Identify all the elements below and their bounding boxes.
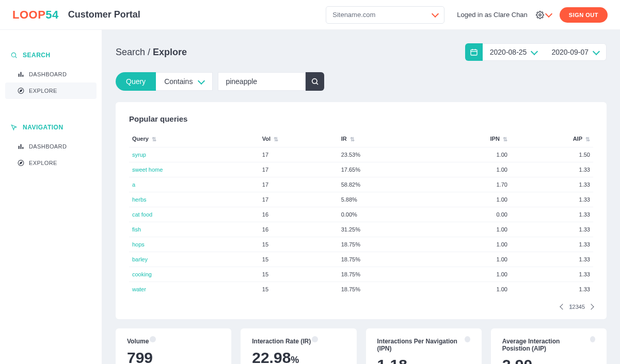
cell-ipn: 1.00	[428, 192, 511, 207]
cell-aip: 1.33	[511, 252, 593, 267]
query-link[interactable]: sweet home	[132, 167, 163, 173]
breadcrumb-bar: Search / Explore 2020-08-25 2020-09-07	[116, 43, 607, 61]
cell-aip: 1.50	[511, 147, 593, 162]
filter-row: Query Contains pineapple	[116, 72, 607, 91]
cell-query: cat food	[129, 207, 259, 222]
bars-icon	[18, 143, 24, 150]
svg-rect-8	[19, 146, 20, 149]
svg-rect-9	[20, 144, 21, 149]
page-next[interactable]	[588, 304, 594, 309]
site-dropdown[interactable]: Sitename.com	[326, 6, 444, 24]
query-link[interactable]: fish	[132, 226, 141, 233]
stat-volume: Volume 799	[116, 328, 231, 364]
sidebar: SEARCH DASHBOARD EXPLORE NAVIGATION D	[0, 30, 102, 364]
header: LOOP54 Customer Portal Sitename.com Loge…	[0, 0, 620, 30]
cell-aip: 1.33	[511, 177, 593, 192]
col-ir[interactable]: IR⇅	[338, 131, 428, 147]
sidebar-item-explore[interactable]: EXPLORE	[5, 82, 97, 99]
cell-aip: 1.33	[511, 162, 593, 177]
page-5[interactable]: 5	[582, 304, 585, 310]
query-link[interactable]: a	[132, 181, 135, 188]
query-link[interactable]: cat food	[132, 211, 152, 218]
cell-query: a	[129, 177, 259, 192]
table-row: cooking1518.75%1.001.33	[129, 267, 593, 282]
stat-ir: Interaction Rate (IR) 22.98%	[241, 328, 356, 364]
table-row: fish1631.25%1.001.33	[129, 222, 593, 237]
logo-part1: LOOP	[12, 8, 45, 21]
info-icon[interactable]	[590, 336, 595, 342]
sidebar-group-search[interactable]: SEARCH	[0, 47, 102, 66]
query-link[interactable]: syrup	[132, 152, 146, 158]
table-row: cat food160.00%0.001.33	[129, 207, 593, 222]
cell-vol: 17	[259, 162, 338, 177]
stat-value: 799	[127, 349, 220, 364]
cell-ipn: 1.00	[428, 147, 511, 162]
bars-icon	[18, 71, 24, 78]
query-link[interactable]: hops	[132, 241, 145, 247]
table-row: sweet home1717.65%1.001.33	[129, 162, 593, 177]
breadcrumb: Search / Explore	[116, 47, 187, 58]
date-to[interactable]: 2020-09-07	[544, 43, 607, 61]
sidebar-item-dashboard[interactable]: DASHBOARD	[0, 138, 102, 155]
sort-icon: ⇅	[503, 136, 507, 143]
table-row: herbs175.88%1.001.33	[129, 192, 593, 207]
cell-ipn: 1.00	[428, 222, 511, 237]
svg-rect-4	[20, 72, 21, 77]
cell-query: syrup	[129, 147, 259, 162]
date-range-picker[interactable]: 2020-08-25 2020-09-07	[465, 43, 607, 61]
cell-ipn: 1.00	[428, 267, 511, 282]
cell-ipn: 1.00	[428, 162, 511, 177]
col-vol[interactable]: Vol⇅	[259, 131, 338, 147]
svg-marker-12	[20, 162, 22, 164]
cell-query: fish	[129, 222, 259, 237]
chevron-down-icon	[545, 10, 552, 18]
cell-aip: 1.33	[511, 237, 593, 252]
query-link[interactable]: herbs	[132, 196, 147, 203]
chevron-down-icon	[531, 47, 538, 55]
page-prev[interactable]	[560, 304, 566, 309]
svg-rect-5	[22, 75, 23, 77]
cell-ipn: 1.00	[428, 282, 511, 296]
cell-ir: 18.75%	[338, 237, 428, 252]
table-row: water1518.75%1.001.33	[129, 282, 593, 296]
cell-ir: 18.75%	[338, 267, 428, 282]
query-link[interactable]: barley	[132, 256, 148, 262]
filter-pill[interactable]: Query	[116, 72, 156, 91]
info-icon[interactable]	[312, 336, 318, 342]
svg-point-17	[312, 79, 317, 84]
svg-rect-13	[471, 49, 477, 55]
signout-button[interactable]: SIGN OUT	[560, 7, 608, 23]
query-link[interactable]: cooking	[132, 271, 152, 277]
settings-button[interactable]	[536, 11, 551, 19]
cell-ir: 31.25%	[338, 222, 428, 237]
filter-search-button[interactable]	[306, 72, 324, 91]
cell-vol: 16	[259, 207, 338, 222]
cell-query: herbs	[129, 192, 259, 207]
cell-ipn: 1.70	[428, 177, 511, 192]
gear-icon	[536, 11, 544, 19]
stat-value: 22.98%	[252, 349, 345, 364]
site-dropdown-value: Sitename.com	[332, 11, 375, 19]
cell-vol: 15	[259, 282, 338, 296]
filter-mode-select[interactable]: Contains	[156, 72, 213, 91]
sidebar-item-explore[interactable]: EXPLORE	[0, 155, 102, 171]
cell-vol: 16	[259, 222, 338, 237]
info-icon[interactable]	[150, 336, 156, 342]
search-icon	[311, 77, 319, 86]
pagination: 12345	[129, 304, 593, 310]
sidebar-item-label: DASHBOARD	[29, 143, 67, 150]
sidebar-group-navigation[interactable]: NAVIGATION	[0, 120, 102, 138]
filter-input[interactable]: pineapple	[218, 72, 306, 91]
sort-icon: ⇅	[350, 136, 355, 143]
col-aip[interactable]: AIP⇅	[511, 131, 593, 147]
col-ipn[interactable]: IPN⇅	[428, 131, 511, 147]
info-icon[interactable]	[465, 336, 470, 342]
chevron-down-icon	[593, 47, 600, 55]
col-query[interactable]: Query⇅	[129, 131, 259, 147]
sidebar-item-dashboard[interactable]: DASHBOARD	[0, 66, 102, 82]
query-link[interactable]: water	[132, 286, 146, 292]
date-from[interactable]: 2020-08-25	[483, 43, 545, 61]
main-content: Search / Explore 2020-08-25 2020-09-07 Q…	[102, 30, 620, 364]
table-row: a1758.82%1.701.33	[129, 177, 593, 192]
login-text: Loged in as Clare Chan	[457, 11, 528, 19]
